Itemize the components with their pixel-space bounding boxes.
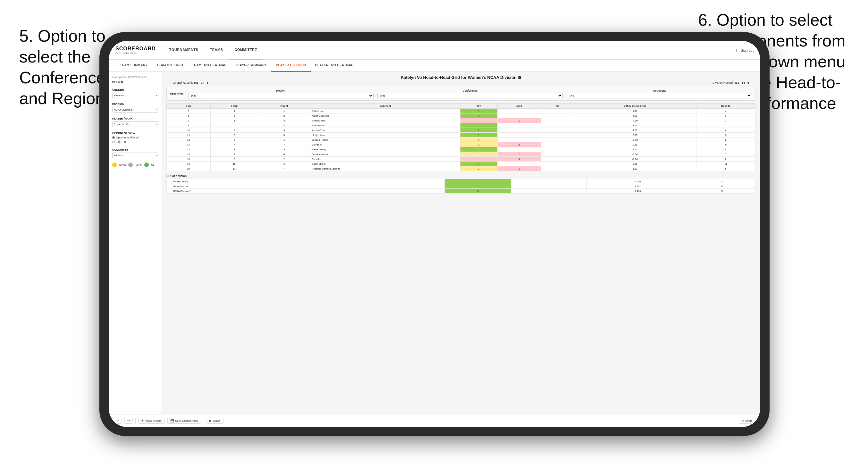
td-diff: 4.00 <box>574 114 696 118</box>
ood-label: NCAA Division 2 <box>167 189 445 194</box>
panel-title: Katelyn Vo Head-to-Head Grid for Women's… <box>166 75 755 80</box>
td-loss <box>498 161 541 166</box>
filter-select-opponent[interactable]: (All) <box>566 93 752 98</box>
td-tie <box>541 147 574 152</box>
col-header-rounds: Rounds <box>696 103 755 108</box>
td-loss <box>498 133 541 137</box>
td-rounds: 7 <box>696 152 755 157</box>
sidebar-radio-opponents-played[interactable]: Opponents Played <box>112 136 158 139</box>
td-div: 16 <box>167 152 211 157</box>
sub-nav-player-summary[interactable]: PLAYER SUMMARY <box>231 60 271 72</box>
toolbar-share[interactable]: ↗ Share <box>739 418 755 424</box>
td-loss <box>498 137 541 142</box>
td-win: 1 <box>460 147 498 152</box>
toolbar-save-custom[interactable]: 💾 Save Custom View <box>167 418 201 424</box>
td-tie <box>541 157 574 161</box>
td-loss: 3 <box>498 157 541 161</box>
td-win <box>460 118 498 123</box>
out-of-division-title: Out of division <box>166 174 755 178</box>
td-tie <box>541 118 574 123</box>
sidebar-gender-select[interactable]: Women's <box>112 93 158 98</box>
overall-record-label: Overall Record: <box>173 81 193 84</box>
td-tie <box>541 137 574 142</box>
td-div: 15 <box>167 147 211 152</box>
ood-win: 5 <box>445 189 511 194</box>
td-reg: 7 <box>210 142 258 147</box>
col-header-tie: Tie <box>541 103 574 108</box>
td-reg: 10 <box>210 161 258 166</box>
toolbar-view-original[interactable]: 👁 View: Original <box>138 418 165 424</box>
sub-nav-player-h2h-grid[interactable]: PLAYER H2H GRID <box>271 60 311 72</box>
td-rounds: 2 <box>696 157 755 161</box>
toolbar-undo[interactable]: ↩ <box>114 418 122 424</box>
sidebar-opponent-radio-group: Opponents Played Top 100 <box>112 136 158 144</box>
td-reg: 8 <box>210 147 258 152</box>
sub-nav-player-h2h-heatmap[interactable]: PLAYER H2H HEATMAP <box>311 60 358 72</box>
sidebar-gender-label: Gender <box>112 88 158 91</box>
td-rounds: 11 <box>696 161 755 166</box>
bottom-toolbar: ↩ ↪ 👁 View: Original 💾 Save Custom View … <box>109 414 760 427</box>
sub-nav-team-h2h-heatmap[interactable]: TEAM H2H HEATMAP <box>188 60 231 72</box>
data-table: # Div # Reg # Conf Opponent Win Loss Tie… <box>166 103 755 171</box>
sidebar-division-select[interactable]: NCAA Division III <box>112 107 158 113</box>
toolbar-redo[interactable]: ↪ <box>124 418 133 424</box>
division-record-label: Division Record: <box>712 81 734 84</box>
sidebar-colour-select[interactable]: Win/loss <box>112 153 158 158</box>
td-div: 10 <box>167 128 211 133</box>
filter-select-conference[interactable]: (All) <box>377 93 563 98</box>
td-rounds: 3 <box>696 133 755 137</box>
table-row: 19 10 6 Emily Chang 4 0.30 11 <box>167 161 755 166</box>
td-win: 1 <box>460 108 498 114</box>
nav-item-tournaments[interactable]: TOURNAMENTS <box>163 41 204 60</box>
table-row: 20 11 7 Federica Domecq Lacroze 2 1 1.33… <box>167 166 755 171</box>
left-sidebar: Last Updated: 27/03/2024 14:34 Player Ge… <box>109 72 162 414</box>
table-row: 9 1 4 Sharon Mun 1 3.67 3 <box>167 123 755 128</box>
sidebar-opponent-view-label: Opponent view <box>112 131 158 135</box>
nav-separator: | <box>736 49 737 52</box>
sidebar-radio-top100[interactable]: Top 100 <box>112 141 158 144</box>
overall-record: Overall Record: 353 - 34 - 6 <box>173 81 209 84</box>
filter-row: Opponents: Region (All) Conference <box>170 89 752 98</box>
td-tie <box>541 108 574 114</box>
td-tie <box>541 133 574 137</box>
redo-icon: ↪ <box>127 419 130 423</box>
td-conf: 2 <box>258 114 310 118</box>
save-icon: 💾 <box>170 419 174 423</box>
sidebar-player-rank-select[interactable]: 8. Katelyn Vo <box>112 122 158 127</box>
td-div: 3 <box>167 108 211 114</box>
logo-subtext: Powered by clippd <box>116 52 156 55</box>
radio-label-top100: Top 100 <box>116 141 126 144</box>
ood-row: NAIA Division 1 15 9.267 30 <box>167 184 755 189</box>
sub-nav-team-summary[interactable]: TEAM SUMMARY <box>116 60 152 72</box>
toolbar-sep-1 <box>135 418 136 424</box>
td-conf: 6 <box>258 161 310 166</box>
table-row: 14 7 4 Eunice Yi 2 2 0.38 9 <box>167 142 755 147</box>
td-rounds: 3 <box>696 118 755 123</box>
td-loss <box>498 114 541 118</box>
sub-nav-team-h2h-grid[interactable]: TEAM H2H GRID <box>152 60 188 72</box>
toolbar-watch[interactable]: ▶ Watch <box>207 418 223 424</box>
col-header-loss: Loss <box>498 103 541 108</box>
legend-label-up: Up <box>151 163 155 166</box>
radio-label-opponents-played: Opponents Played <box>116 136 138 139</box>
table-row: 5 2 2 Alexis Sudjianto 1 4.00 3 <box>167 114 755 118</box>
opponents-label-wrapper: Opponents: <box>170 92 184 95</box>
td-conf: 5 <box>258 133 310 137</box>
ood-win: 1 <box>445 179 511 184</box>
td-div: 19 <box>167 161 211 166</box>
filter-select-region[interactable]: (All) <box>188 93 374 98</box>
nav-item-teams[interactable]: TEAMS <box>204 41 228 60</box>
nav-item-committee[interactable]: COMMITTEE <box>228 41 263 60</box>
ood-diff: 7.400 <box>587 189 689 194</box>
td-opponent: Sharon Mun <box>310 123 460 128</box>
share-icon: ↗ <box>742 419 744 423</box>
td-div: 5 <box>167 114 211 118</box>
td-div: 9 <box>167 123 211 128</box>
sign-out-link[interactable]: Sign out <box>741 49 753 52</box>
ood-tie <box>549 179 587 184</box>
td-opponent: Jessica Mason <box>310 152 460 157</box>
td-opponent: Stella Cheng <box>310 147 460 152</box>
td-opponent: Esther Lee <box>310 108 460 114</box>
td-win: 1 <box>460 114 498 118</box>
td-opponent: Euna Lee <box>310 157 460 161</box>
